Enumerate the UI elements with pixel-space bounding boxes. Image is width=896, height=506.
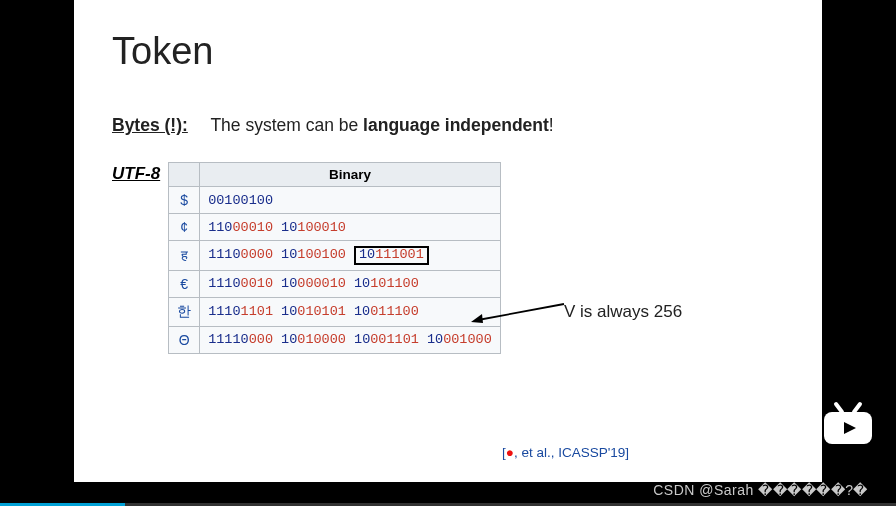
arrow-icon [468,290,568,330]
annotation-text: V is always 256 [564,302,682,322]
table-row: 한11101101 10010101 10011100 [169,297,501,326]
binary-cell: 11000010 10100010 [200,214,501,241]
table-row: $00100100 [169,187,501,214]
bytes-label: Bytes (!): [112,115,188,135]
binary-cell: 00100100 [200,187,501,214]
bytes-line: Bytes (!): The system can be language in… [112,115,784,136]
citation: [●, et al., ICASSP'19] [502,445,629,460]
binary-table: Binary $00100100¢11000010 10100010ह11100… [168,162,501,354]
binary-cell: 11100010 10000010 10101100 [200,270,501,297]
svg-marker-1 [471,314,483,323]
utf8-area: UTF-8 Binary $00100100¢11000010 10100010… [112,162,784,354]
symbol-cell: ह [169,241,200,271]
bytes-text-pre: The system can be [210,115,363,135]
bilibili-tv-icon[interactable] [818,394,878,448]
symbol-cell: Θ [169,326,200,353]
table-row: ह11100000 10100100 10111001 [169,241,501,271]
slide: Token Bytes (!): The system can be langu… [74,0,822,482]
table-row: ¢11000010 10100010 [169,214,501,241]
symbol-cell: € [169,270,200,297]
symbol-cell: ¢ [169,214,200,241]
watermark: CSDN @Sarah ������?� [653,482,868,498]
bytes-text-post: ! [549,115,554,135]
utf8-label: UTF-8 [112,162,160,184]
table-header: Binary [200,163,501,187]
symbol-cell: 한 [169,297,200,326]
binary-cell: 11110000 10010000 10001101 10001000 [200,326,501,353]
cursor-dot-icon: ● [506,445,514,460]
slide-title: Token [112,30,784,73]
binary-cell: 11100000 10100100 10111001 [200,241,501,271]
table-row: Θ11110000 10010000 10001101 10001000 [169,326,501,353]
svg-line-0 [478,304,564,320]
table-row: €11100010 10000010 10101100 [169,270,501,297]
binary-cell: 11101101 10010101 10011100 [200,297,501,326]
bytes-text-bold: language independent [363,115,549,135]
symbol-cell: $ [169,187,200,214]
